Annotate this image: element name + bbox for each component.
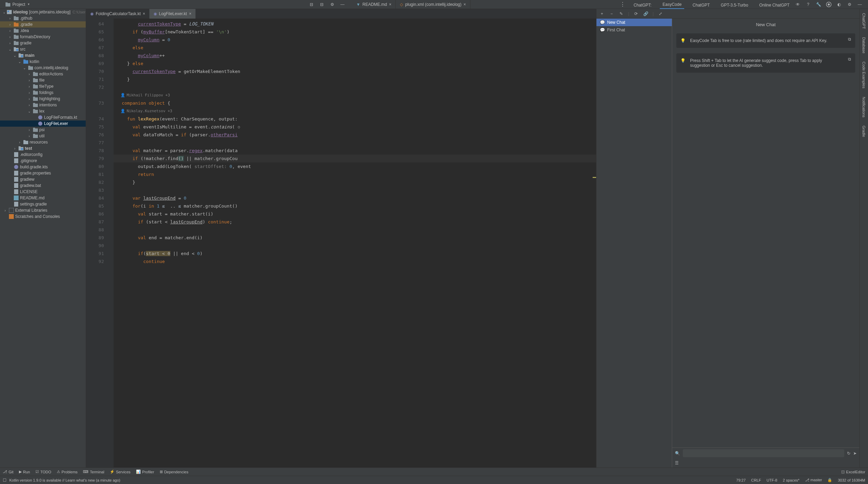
tool-git[interactable]: ⎇ Git (3, 470, 13, 474)
editor-tab-readme[interactable]: ▼ README.md × (352, 0, 396, 9)
author-annotation[interactable]: 👤 Mikhail Filippov +3 (114, 91, 596, 99)
tree-expand-icon[interactable]: ⌄ (17, 60, 22, 64)
chat-tab-easycode[interactable]: EasyCode (660, 1, 684, 9)
line-number[interactable]: 87 (86, 218, 104, 226)
github-icon[interactable] (826, 2, 832, 7)
send-icon[interactable]: ➤ (853, 451, 857, 456)
code-line[interactable]: for(i in 1 ≤ .. ≤ matcher.groupCount() (114, 202, 596, 210)
line-number[interactable]: 77 (86, 139, 104, 147)
tool-todo[interactable]: ☑ TODO (35, 470, 51, 474)
sidebar-chatgpt[interactable]: ChatGPT (861, 12, 867, 30)
tree-item[interactable]: ›gradle (0, 40, 86, 46)
line-number[interactable]: 90 (86, 242, 104, 250)
update-icon[interactable]: ◐ (836, 2, 842, 7)
tree-expand-icon[interactable]: › (27, 85, 32, 88)
tree-expand-icon[interactable]: › (27, 72, 32, 76)
line-number[interactable]: 76 (86, 131, 104, 139)
tree-expand-icon[interactable]: › (3, 209, 8, 212)
status-indent[interactable]: 2 spaces* (783, 478, 799, 482)
tool-excel-editor[interactable]: ◫ ExcelEditor (841, 470, 865, 474)
copy-icon[interactable]: ⧉ (848, 57, 851, 62)
select-opened-file-icon[interactable]: ⊟ (309, 2, 314, 7)
help-icon[interactable]: ? (805, 2, 811, 7)
file-tab-folding-calculator[interactable]: ◉ FoldingCalculatorTask.kt × (86, 9, 149, 19)
tree-item[interactable]: ⌄src (0, 46, 86, 52)
line-number[interactable]: 64 (86, 20, 104, 28)
hide-icon[interactable]: — (340, 2, 345, 7)
tree-item[interactable]: settings.gradle (0, 201, 86, 207)
code-line[interactable]: var lastGroupEnd = 0 (114, 194, 596, 202)
status-branch[interactable]: ⎇ master (805, 478, 822, 482)
tree-item[interactable]: ›highlighting (0, 96, 86, 102)
line-number[interactable]: 84 (86, 194, 104, 202)
fold-gutter[interactable] (107, 19, 114, 467)
line-number[interactable]: 69 (86, 60, 104, 67)
code-line[interactable] (114, 186, 596, 194)
link-icon[interactable]: 🔗 (643, 11, 648, 17)
code-line[interactable]: currentTokenType = LOG_TOKEN (114, 20, 596, 28)
status-memory[interactable]: 3032 of 16384M (838, 478, 865, 482)
chat-input[interactable] (683, 449, 844, 457)
code-line[interactable] (114, 226, 596, 234)
status-position[interactable]: 79:27 (736, 478, 746, 482)
tree-expand-icon[interactable]: ⌄ (12, 54, 17, 57)
tree-item[interactable]: .editorconfig (0, 151, 86, 158)
tree-item[interactable]: ⌄com.intellij.ideolog (0, 65, 86, 71)
minus-icon[interactable]: − (609, 11, 614, 17)
tree-item[interactable]: ⌄lex (0, 108, 86, 114)
tree-item[interactable]: Scratches and Consoles (0, 213, 86, 220)
tool-run[interactable]: ▶ Run (19, 470, 30, 474)
tree-item[interactable]: ›formatsDirectory (0, 34, 86, 40)
code-line[interactable]: continue (114, 257, 596, 265)
code-line[interactable]: companion object { (114, 99, 596, 107)
eye-icon[interactable]: 👁 (795, 2, 801, 7)
tree-item[interactable]: LogFileFormats.kt (0, 114, 86, 120)
copy-icon[interactable]: ⧉ (848, 37, 851, 42)
code-line[interactable]: } (114, 75, 596, 83)
tree-item[interactable]: gradle.properties (0, 170, 86, 176)
tree-expand-icon[interactable]: › (27, 103, 32, 107)
code-line[interactable] (114, 83, 596, 91)
tree-item[interactable]: ›.gradle (0, 21, 86, 28)
tree-expand-icon[interactable]: › (27, 97, 32, 101)
tree-item[interactable]: ›.github (0, 15, 86, 21)
tree-expand-icon[interactable]: › (8, 17, 12, 20)
line-number[interactable]: 74 (86, 115, 104, 123)
code-line[interactable]: if (start < lastGroupEnd) continue; (114, 218, 596, 226)
collapse-all-icon[interactable]: ⊟ (319, 2, 325, 7)
search-icon[interactable]: 🔍 (675, 451, 680, 456)
line-number[interactable]: 85 (86, 202, 104, 210)
tree-item[interactable]: ⌄kotlin (0, 59, 86, 65)
tree-expand-icon[interactable]: ⌄ (27, 109, 32, 113)
tree-item[interactable]: .gitignore (0, 158, 86, 164)
tool-problems[interactable]: ⚠ Problems (57, 470, 77, 474)
code-line[interactable]: if (myBuffer[newTokenStart] == '\n') (114, 28, 596, 36)
tool-dependencies[interactable]: ⊞ Dependencies (160, 470, 188, 474)
tree-item[interactable]: ›.idea (0, 28, 86, 34)
line-number[interactable]: 78 (86, 147, 104, 155)
status-encoding[interactable]: UTF-8 (766, 478, 777, 482)
tree-item[interactable]: build.gradle.kts (0, 164, 86, 170)
tree-item[interactable]: gradlew (0, 176, 86, 182)
sidebar-code-examples[interactable]: Code Examples (861, 60, 867, 90)
code-line[interactable]: if(start < 0 || end < 0) (114, 250, 596, 257)
line-number[interactable]: 72 (86, 83, 104, 91)
code-line[interactable]: output.add(LogToken( startOffset: 0, eve… (114, 162, 596, 170)
tree-item[interactable]: ›fileType (0, 83, 86, 90)
chat-sidebar-item-new[interactable]: 💬 New Chat (596, 19, 672, 26)
code-line[interactable]: else (114, 44, 596, 52)
wrench-icon[interactable]: 🔧 (816, 2, 821, 7)
code-line[interactable]: myColumn = 0 (114, 36, 596, 44)
line-number[interactable]: 68 (86, 52, 104, 60)
tree-item[interactable]: ›External Libraries (0, 207, 86, 213)
chat-tab-online[interactable]: Online ChatGPT (756, 1, 792, 9)
editor-content[interactable]: 646566676869707172 73 747576777879808182… (86, 19, 596, 467)
code-line[interactable] (114, 242, 596, 250)
refresh-icon[interactable]: ⟳ (633, 11, 639, 17)
line-number[interactable]: 86 (86, 210, 104, 218)
sidebar-gradle[interactable]: Gradle (861, 124, 867, 138)
tree-item[interactable]: LogFileLexer (0, 120, 86, 127)
tree-expand-icon[interactable]: ⌄ (22, 66, 27, 70)
status-line-sep[interactable]: CRLF (751, 478, 761, 482)
chat-tab-gpt35[interactable]: GPT-3.5-Turbo (718, 1, 751, 9)
